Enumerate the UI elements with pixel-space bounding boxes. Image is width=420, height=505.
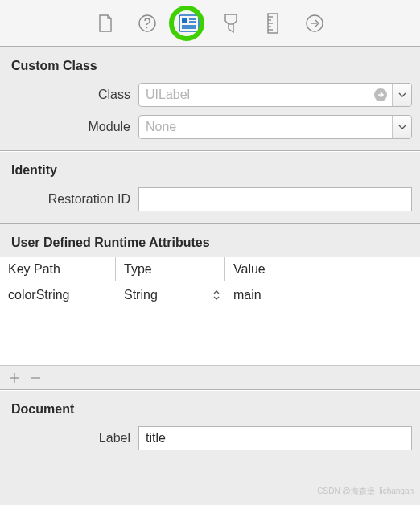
class-dropdown-icon[interactable] <box>392 84 411 106</box>
udra-title: User Defined Runtime Attributes <box>0 232 420 257</box>
add-row-button[interactable] <box>8 372 21 384</box>
udra-header-type[interactable]: Type <box>116 257 225 281</box>
inspector-tab-bar <box>0 0 420 47</box>
class-autocomplete-icon[interactable] <box>369 84 392 106</box>
udra-empty-area[interactable] <box>0 309 420 365</box>
module-dropdown-icon[interactable] <box>392 116 411 138</box>
watermark-text: CSDN @海森堡_lichangan <box>317 486 414 497</box>
svg-rect-2 <box>179 15 199 31</box>
udra-header-key[interactable]: Key Path <box>0 257 116 281</box>
table-row[interactable]: colorString String main <box>0 281 420 309</box>
udra-cell-key[interactable]: colorString <box>0 281 116 309</box>
document-section: Document Label <box>0 390 420 462</box>
udra-header-row: Key Path Type Value <box>0 257 420 281</box>
size-inspector-icon[interactable] <box>262 13 283 34</box>
udra-cell-type[interactable]: String <box>116 281 225 309</box>
identity-inspector-icon[interactable] <box>179 13 200 34</box>
udra-table: Key Path Type Value colorString String m… <box>0 257 420 365</box>
class-combo-text[interactable]: UILabel <box>139 84 369 106</box>
udra-header-value[interactable]: Value <box>225 257 420 281</box>
udra-footer <box>0 365 420 389</box>
module-combo[interactable]: None <box>138 115 412 139</box>
attributes-inspector-icon[interactable] <box>220 13 241 34</box>
remove-row-button[interactable] <box>29 372 42 384</box>
svg-point-1 <box>146 27 148 28</box>
udra-section: User Defined Runtime Attributes Key Path… <box>0 224 420 390</box>
class-label: Class <box>8 88 138 102</box>
module-combo-text[interactable]: None <box>139 116 392 138</box>
type-stepper-icon[interactable] <box>212 289 220 301</box>
class-combo[interactable]: UILabel <box>138 83 412 107</box>
document-label-input[interactable] <box>138 426 412 450</box>
identity-title: Identity <box>8 160 412 187</box>
file-inspector-icon[interactable] <box>95 13 116 34</box>
document-label-label: Label <box>8 431 138 445</box>
connections-inspector-icon[interactable] <box>304 13 325 34</box>
document-title: Document <box>8 399 412 426</box>
udra-cell-value[interactable]: main <box>225 281 420 309</box>
restoration-id-label: Restoration ID <box>8 192 138 207</box>
module-label: Module <box>8 120 138 134</box>
svg-rect-3 <box>182 18 187 23</box>
identity-section: Identity Restoration ID <box>0 151 420 224</box>
restoration-id-input[interactable] <box>138 187 412 211</box>
custom-class-title: Custom Class <box>8 55 412 83</box>
custom-class-section: Custom Class Class UILabel Module None <box>0 47 420 151</box>
help-inspector-icon[interactable] <box>137 13 158 34</box>
udra-cell-type-text: String <box>124 288 158 302</box>
